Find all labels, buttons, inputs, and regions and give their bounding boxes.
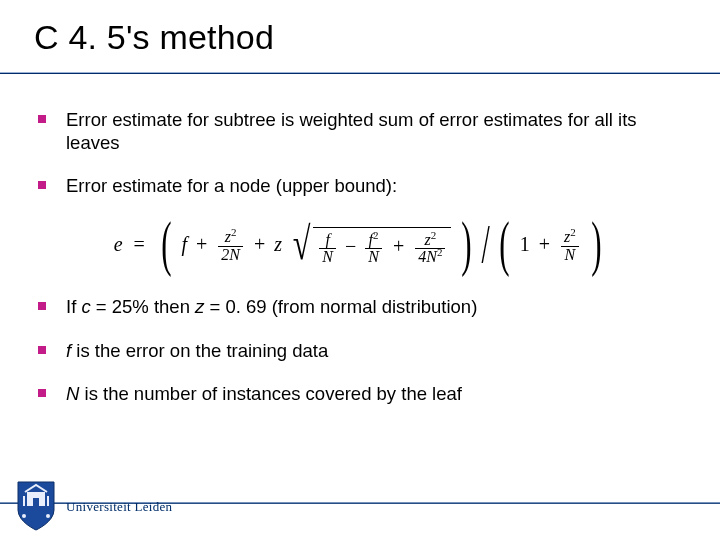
fraction: z2 4N2 xyxy=(415,232,445,267)
title-divider xyxy=(0,72,720,74)
fraction: z2 2N xyxy=(218,229,243,264)
svg-point-2 xyxy=(22,514,26,518)
plus-sign: + xyxy=(393,235,404,257)
bullet-list: If c = 25% then z = 0. 69 (from normal d… xyxy=(34,295,686,404)
sqrt: √ f N − f2 N xyxy=(289,226,451,266)
paren-inner: f + z2 2N + z √ f xyxy=(181,226,451,266)
paren-right: ) xyxy=(462,214,472,272)
const-one: 1 xyxy=(520,233,530,255)
denominator: N xyxy=(365,249,382,266)
svg-rect-1 xyxy=(33,498,39,508)
paren-group-2: ( 1 + z2 N ) xyxy=(494,217,606,275)
bullet-item: f is the error on the training data xyxy=(34,339,686,362)
denominator: 4N2 xyxy=(415,249,445,266)
plus-sign: + xyxy=(254,233,265,255)
bullet-list: Error estimate for subtree is weighted s… xyxy=(34,108,686,197)
radicand: f N − f2 N + z2 xyxy=(313,227,451,267)
slide-title: C 4. 5's method xyxy=(34,18,692,57)
var-z: z xyxy=(195,296,204,317)
var-z: z xyxy=(274,233,282,255)
formula: e = ( f + z2 2N + z √ xyxy=(114,217,607,275)
paren-inner: 1 + z2 N xyxy=(520,229,581,264)
radical-sign: √ xyxy=(293,224,311,264)
var-f: f xyxy=(181,233,187,255)
var-N: N xyxy=(66,383,79,404)
numerator: z2 xyxy=(218,229,243,247)
bullet-item: If c = 25% then z = 0. 69 (from normal d… xyxy=(34,295,686,318)
paren-group-1: ( f + z2 2N + z √ xyxy=(156,217,477,275)
var-c: c xyxy=(81,296,90,317)
var-f: f xyxy=(66,340,76,361)
fraction: f2 N xyxy=(365,232,382,267)
svg-rect-4 xyxy=(23,496,25,506)
numerator: f xyxy=(319,232,336,250)
denominator: N xyxy=(319,249,336,266)
plus-sign: + xyxy=(539,233,550,255)
paren-left: ( xyxy=(161,214,171,272)
numerator: z2 xyxy=(561,229,579,247)
svg-rect-5 xyxy=(47,496,49,506)
footer-logo: Universiteit Leiden xyxy=(14,480,172,534)
var-e: e xyxy=(114,233,123,255)
bullet-item: Error estimate for a node (upper bound): xyxy=(34,174,686,197)
division-slash: / xyxy=(481,221,489,267)
bullet-item: N is the number of instances covered by … xyxy=(34,382,686,405)
content-area: Error estimate for subtree is weighted s… xyxy=(34,108,686,425)
denominator: 2N xyxy=(218,247,243,264)
fraction: f N xyxy=(319,232,336,267)
paren-left: ( xyxy=(499,214,509,272)
slide: C 4. 5's method Error estimate for subtr… xyxy=(0,0,720,540)
formula-block: e = ( f + z2 2N + z √ xyxy=(34,217,686,275)
numerator: f2 xyxy=(365,232,382,250)
university-name: Universiteit Leiden xyxy=(66,499,172,515)
svg-point-3 xyxy=(46,514,50,518)
minus-sign: − xyxy=(345,235,356,257)
crest-icon xyxy=(14,480,58,534)
denominator: N xyxy=(561,247,579,264)
bullet-item: Error estimate for subtree is weighted s… xyxy=(34,108,686,154)
plus-sign: + xyxy=(196,233,207,255)
fraction: z2 N xyxy=(561,229,579,264)
paren-right: ) xyxy=(591,214,601,272)
equals: = xyxy=(134,233,145,255)
